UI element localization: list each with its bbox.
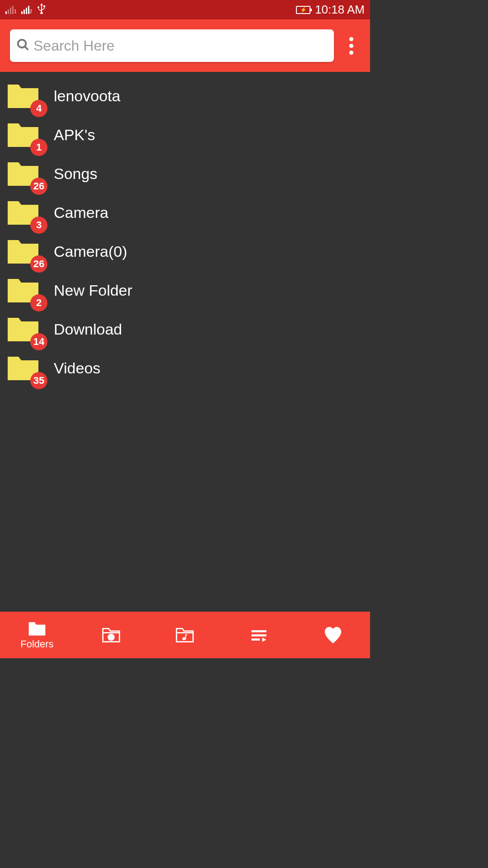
folder-name: Songs: [54, 165, 97, 183]
video-folder-icon: [101, 627, 121, 644]
folder-icon: [27, 620, 47, 637]
nav-folders[interactable]: Folders: [0, 620, 74, 650]
folder-count-badge: 1: [30, 139, 47, 156]
folder-icon: 2: [7, 277, 39, 303]
folder-count-badge: 14: [30, 333, 47, 350]
nav-music[interactable]: [148, 627, 222, 644]
search-icon: [16, 38, 30, 53]
svg-rect-9: [252, 630, 267, 632]
signal-sim1-icon: 1: [5, 6, 17, 14]
nav-videos[interactable]: [74, 627, 148, 644]
folder-icon: 4: [7, 83, 39, 109]
folder-item[interactable]: 1 APK's: [0, 115, 370, 154]
svg-point-6: [109, 637, 110, 639]
nav-playlist[interactable]: [222, 627, 296, 644]
svg-point-0: [18, 40, 26, 48]
folder-icon: 26: [7, 238, 39, 264]
search-area: [0, 19, 370, 72]
status-time: 10:18 AM: [315, 3, 365, 17]
folder-item[interactable]: 14 Download: [0, 310, 370, 349]
folder-name: Camera: [54, 204, 108, 222]
folder-count-badge: 3: [30, 217, 47, 234]
folder-item[interactable]: 35 Videos: [0, 349, 370, 387]
status-bar: 1 2 ⚡ 10:18 AM: [0, 0, 370, 19]
folder-icon: 3: [7, 199, 39, 226]
folder-item[interactable]: 26 Songs: [0, 154, 370, 193]
folder-icon: 26: [7, 160, 39, 187]
folder-count-badge: 35: [30, 372, 47, 389]
svg-rect-10: [252, 634, 267, 637]
music-folder-icon: [175, 627, 195, 644]
signal-sim2-icon: 2: [21, 6, 33, 14]
folder-item[interactable]: 2 New Folder: [0, 271, 370, 310]
battery-charging-icon: ⚡: [296, 6, 310, 14]
heart-icon: [323, 626, 343, 644]
folder-name: Camera(0): [54, 243, 127, 260]
overflow-menu-button[interactable]: [342, 37, 360, 55]
folder-count-badge: 4: [30, 100, 47, 117]
svg-line-1: [25, 47, 28, 50]
folder-count-badge: 2: [30, 294, 47, 311]
folder-item[interactable]: 26 Camera(0): [0, 232, 370, 271]
bottom-nav: Folders: [0, 612, 370, 658]
search-input[interactable]: [33, 38, 328, 54]
folder-name: New Folder: [54, 282, 132, 299]
folder-count-badge: 26: [30, 255, 47, 273]
folder-name: Download: [54, 321, 122, 338]
svg-point-7: [112, 637, 113, 639]
folder-name: Videos: [54, 359, 100, 377]
folder-icon: 14: [7, 316, 39, 342]
status-right: ⚡ 10:18 AM: [296, 3, 365, 17]
folder-count-badge: 26: [30, 178, 47, 195]
folder-name: lenovoota: [54, 87, 120, 105]
svg-point-4: [109, 635, 110, 637]
svg-rect-11: [252, 638, 260, 641]
folder-icon: 35: [7, 355, 39, 381]
nav-folders-label: Folders: [20, 638, 53, 650]
usb-icon: [37, 3, 47, 17]
status-left: 1 2: [5, 3, 47, 17]
search-box[interactable]: [10, 29, 334, 62]
folder-list: 4 lenovoota 1 APK's 26 Songs 3 Camera: [0, 72, 370, 392]
nav-favorites[interactable]: [296, 626, 370, 644]
svg-point-5: [112, 635, 113, 637]
folder-icon: 1: [7, 122, 39, 148]
playlist-icon: [249, 627, 269, 644]
folder-name: APK's: [54, 126, 95, 144]
folder-item[interactable]: 4 lenovoota: [0, 76, 370, 115]
folder-item[interactable]: 3 Camera: [0, 193, 370, 232]
